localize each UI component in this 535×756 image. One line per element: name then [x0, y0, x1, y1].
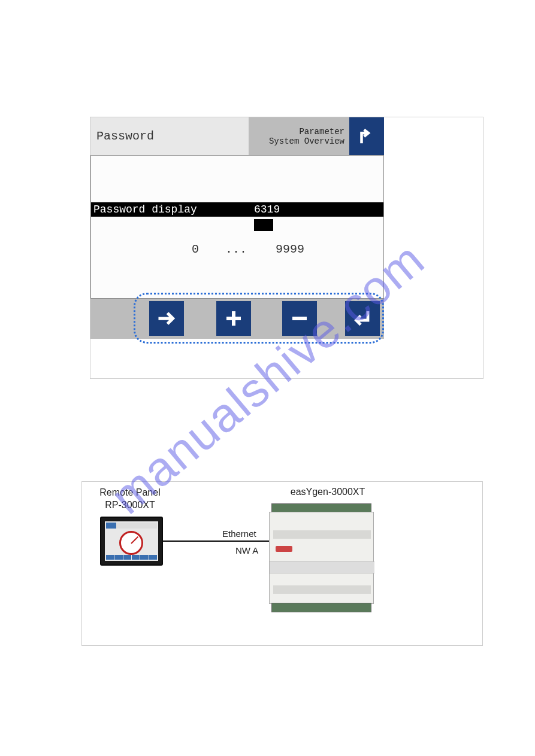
figure-connection-diagram: Remote Panel RP-3000XT easYgen-3000XT Et… [81, 481, 483, 646]
topbar: Password Parameter System Overview [90, 117, 384, 155]
screen-bottom-bar [106, 555, 157, 560]
device-row-lower [273, 585, 371, 594]
gauge-needle [131, 536, 138, 544]
parameter-value: 6319 [254, 204, 280, 215]
plus-icon [223, 308, 244, 329]
edit-cursor [254, 219, 273, 231]
minus-button[interactable] [282, 301, 317, 336]
content-area: Password display 6319 0 ... 9999 [90, 155, 384, 299]
breadcrumb-line1: Parameter [299, 127, 344, 136]
back-button[interactable] [349, 117, 384, 155]
range-min: 0 [192, 242, 199, 256]
remote-panel-label-line2: RP-3000XT [82, 499, 178, 512]
device-logo [276, 546, 292, 552]
remote-panel-label: Remote Panel RP-3000XT [82, 487, 178, 512]
screen-top-bar [106, 523, 157, 529]
enter-button[interactable] [345, 301, 380, 336]
minus-icon [289, 308, 310, 329]
back-up-arrow-icon [356, 126, 377, 147]
figure-password-screen: Password Parameter System Overview Passw… [90, 117, 483, 379]
device-rail-clip [270, 561, 374, 573]
range-separator: ... [225, 242, 247, 256]
plus-button[interactable] [216, 301, 251, 336]
ethernet-cable [163, 541, 269, 542]
device-label: easYgen-3000XT [268, 487, 388, 497]
arrow-right-button[interactable] [149, 301, 184, 336]
device-bottom-terminals [271, 603, 371, 612]
selected-parameter-row[interactable]: Password display 6319 [91, 202, 383, 217]
screen-title: Password [90, 117, 249, 155]
remote-panel-screen [105, 521, 158, 561]
device-body [269, 512, 374, 604]
easygen-device-graphic [269, 503, 374, 612]
remote-panel-graphic [100, 517, 163, 566]
bottom-button-bar [90, 299, 384, 339]
arrow-right-icon [156, 308, 177, 329]
breadcrumb: Parameter System Overview [249, 117, 349, 155]
remote-panel-label-line1: Remote Panel [82, 487, 178, 499]
network-label: NW A [235, 545, 258, 555]
gauge-icon [119, 531, 143, 555]
range-max: 9999 [276, 242, 304, 256]
enter-icon [352, 308, 373, 329]
parameter-label: Password display [93, 204, 197, 215]
hmi-screen: Password Parameter System Overview Passw… [90, 117, 384, 339]
ethernet-label: Ethernet [222, 529, 256, 539]
breadcrumb-line2: System Overview [269, 136, 344, 146]
device-row-upper [273, 530, 371, 539]
